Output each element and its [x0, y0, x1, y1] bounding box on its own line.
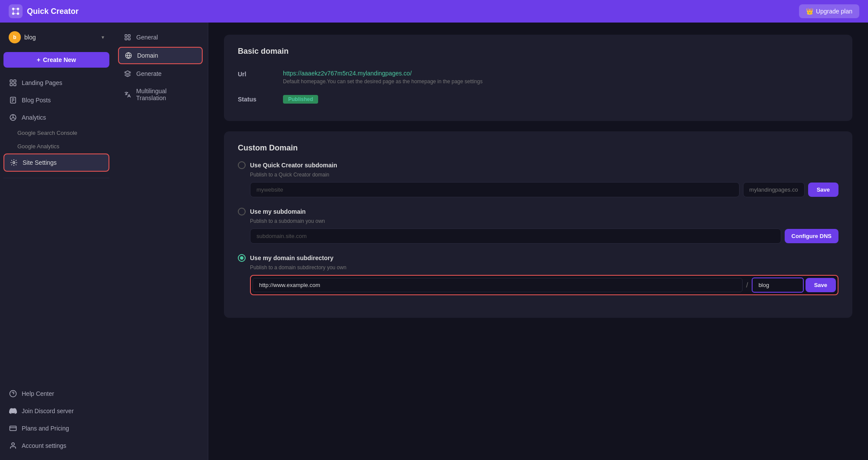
navbar: Quick Creator 👑 Upgrade plan — [0, 0, 868, 23]
save-quick-creator-button[interactable]: Save — [808, 183, 838, 197]
input-row-quick-creator: mylandingpages.co Save — [250, 182, 838, 197]
create-new-button[interactable]: + Create New — [3, 52, 109, 68]
sidebar-item-join-discord[interactable]: Join Discord server — [3, 403, 109, 419]
save-subdirectory-button[interactable]: Save — [806, 278, 836, 292]
analytics-icon — [9, 113, 17, 122]
workspace-name: blog — [24, 34, 98, 41]
domain-suffix: mylandingpages.co — [743, 182, 805, 197]
status-row: Status Published — [238, 90, 838, 109]
main-layout: b blog ▾ + Create New Landing Pages — [0, 23, 868, 460]
sidebar-divider — [3, 178, 109, 178]
crown-icon: 👑 — [806, 8, 813, 15]
highlighted-input-row: / Save — [250, 275, 838, 295]
status-value: Published — [283, 95, 838, 104]
settings-menu-generate[interactable]: Generate — [118, 66, 203, 82]
landing-pages-icon — [9, 78, 17, 87]
url-row: Url https://aaaekz2v767m5n24.mylandingpa… — [238, 65, 838, 90]
custom-domain-card: Custom Domain Use Quick Creator subdomai… — [224, 131, 852, 318]
status-badge: Published — [283, 95, 318, 104]
radio-quick-creator[interactable] — [238, 161, 246, 169]
svg-rect-20 — [10, 426, 16, 431]
google-analytics-label: Google Analytics — [17, 143, 59, 150]
general-label: General — [136, 34, 158, 41]
sidebar-item-blog-posts[interactable]: Blog Posts — [3, 92, 109, 108]
sidebar: b blog ▾ + Create New Landing Pages — [0, 23, 113, 460]
plans-pricing-label: Plans and Pricing — [22, 425, 69, 432]
upgrade-plan-button[interactable]: 👑 Upgrade plan — [799, 4, 859, 18]
status-label: Status — [238, 95, 273, 103]
settings-menu-multilingual[interactable]: Multilingual Translation — [118, 83, 203, 106]
svg-point-22 — [12, 443, 14, 445]
input-row-my-subdomain: Configure DNS — [250, 228, 838, 244]
sidebar-item-landing-pages[interactable]: Landing Pages — [3, 75, 109, 91]
plans-pricing-icon — [9, 424, 17, 433]
blog-posts-icon — [9, 96, 17, 104]
blog-subdirectory-input[interactable] — [752, 277, 804, 293]
landing-pages-label: Landing Pages — [22, 79, 62, 86]
multilingual-icon — [123, 91, 132, 98]
settings-panel: General Domain — [113, 23, 208, 460]
upgrade-label: Upgrade plan — [816, 8, 852, 15]
plus-icon: + — [37, 56, 40, 63]
multilingual-label: Multilingual Translation — [136, 88, 197, 101]
url-desc: Default homepage.You can set the desired… — [283, 78, 838, 85]
configure-dns-button[interactable]: Configure DNS — [785, 229, 838, 243]
analytics-label: Analytics — [22, 114, 46, 121]
blog-posts-label: Blog Posts — [22, 97, 51, 104]
radio-my-subdomain[interactable] — [238, 208, 246, 215]
domain-icon — [124, 52, 133, 59]
example-url-input[interactable] — [253, 278, 743, 292]
create-new-label: Create New — [43, 56, 76, 63]
svg-rect-10 — [10, 84, 12, 86]
radio-row-1: Use Quick Creator subdomain — [238, 161, 838, 169]
brand-label: Quick Creator — [27, 7, 79, 16]
sidebar-item-help-center[interactable]: Help Center — [3, 385, 109, 402]
discord-icon — [9, 407, 17, 415]
svg-rect-26 — [128, 38, 130, 40]
radio-desc-domain-subdirectory: Publish to a domain subdirectory you own — [250, 264, 838, 271]
svg-rect-24 — [128, 35, 130, 37]
help-center-icon — [9, 389, 17, 398]
site-settings-label: Site Settings — [23, 159, 57, 166]
option-quick-creator-subdomain: Use Quick Creator subdomain Publish to a… — [238, 161, 838, 197]
sidebar-item-analytics[interactable]: Analytics — [3, 109, 109, 126]
slash-divider: / — [744, 281, 750, 289]
sidebar-item-site-settings[interactable]: Site Settings — [3, 153, 109, 172]
radio-desc-quick-creator: Publish to a Quick Creator domain — [250, 172, 838, 178]
workspace-avatar: b — [9, 31, 21, 43]
radio-label-my-subdomain: Use my subdomain — [250, 208, 306, 215]
sidebar-item-google-search-console[interactable]: Google Search Console — [3, 127, 109, 139]
mywebsite-input[interactable] — [250, 182, 740, 197]
sidebar-item-google-analytics[interactable]: Google Analytics — [3, 140, 109, 153]
site-settings-icon — [10, 158, 18, 167]
settings-menu-general[interactable]: General — [118, 29, 203, 45]
general-icon — [123, 34, 132, 41]
svg-rect-9 — [14, 80, 16, 82]
sidebar-item-account-settings[interactable]: Account settings — [3, 437, 109, 454]
chevron-down-icon: ▾ — [102, 34, 104, 40]
google-search-console-label: Google Search Console — [17, 130, 77, 136]
radio-row-3: Use my domain subdirectory — [238, 254, 838, 262]
svg-rect-23 — [125, 35, 127, 37]
workspace-selector[interactable]: b blog ▾ — [3, 28, 109, 47]
radio-domain-subdirectory[interactable] — [238, 254, 246, 262]
option-my-subdomain: Use my subdomain Publish to a subdomain … — [238, 208, 838, 244]
generate-label: Generate — [136, 70, 161, 77]
radio-desc-my-subdomain: Publish to a subdomain you own — [250, 218, 838, 224]
url-value: https://aaaekz2v767m5n24.mylandingpages.… — [283, 70, 838, 85]
svg-rect-11 — [14, 84, 16, 86]
account-settings-icon — [9, 441, 17, 450]
generate-icon — [123, 70, 132, 77]
join-discord-label: Join Discord server — [22, 408, 74, 414]
basic-domain-card: Basic domain Url https://aaaekz2v767m5n2… — [224, 35, 852, 121]
option-domain-subdirectory: Use my domain subdirectory Publish to a … — [238, 254, 838, 295]
settings-menu-domain[interactable]: Domain — [118, 47, 203, 64]
account-settings-label: Account settings — [22, 442, 66, 449]
radio-label-domain-subdirectory: Use my domain subdirectory — [250, 254, 333, 261]
main-content: Basic domain Url https://aaaekz2v767m5n2… — [208, 23, 868, 460]
sidebar-item-plans-pricing[interactable]: Plans and Pricing — [3, 420, 109, 437]
radio-label-quick-creator: Use Quick Creator subdomain — [250, 162, 337, 169]
subdomain-input[interactable] — [250, 228, 781, 244]
url-link[interactable]: https://aaaekz2v767m5n24.mylandingpages.… — [283, 70, 838, 77]
radio-row-2: Use my subdomain — [238, 208, 838, 215]
